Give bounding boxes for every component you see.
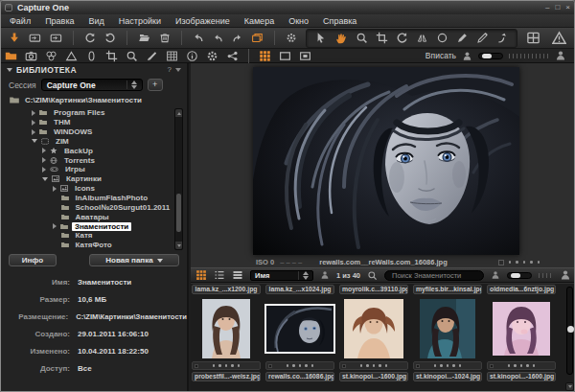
tab-output-share-icon[interactable]: [226, 50, 239, 62]
current-path-row[interactable]: C:\ZIM\Картинки\Знаменитости: [1, 93, 187, 107]
expand-icon[interactable]: [42, 157, 46, 163]
minimize-button[interactable]: –: [545, 2, 549, 13]
thumb-label-row-above[interactable]: lama.kz_...x1200.jpg: [192, 285, 261, 294]
tree-item-pictures[interactable]: Картинки: [1, 174, 187, 184]
rotate-right-icon[interactable]: [104, 31, 116, 45]
tab-library-folder-icon[interactable]: [5, 50, 17, 62]
menu-item-settings[interactable]: Настройки: [119, 16, 161, 26]
expand-icon[interactable]: [32, 110, 35, 116]
select-tool-icon[interactable]: [314, 32, 327, 44]
thumb-label-row-above[interactable]: myfiles.bir...kinsal.jpg: [413, 285, 482, 294]
zoom-slider[interactable]: [478, 53, 503, 59]
export-card-icon[interactable]: [50, 31, 62, 45]
tree-scrollbar-thumb[interactable]: [176, 194, 181, 232]
close-button[interactable]: ×: [565, 2, 570, 13]
rotate-left-icon[interactable]: [84, 31, 96, 45]
tab-settings-gear-icon[interactable]: [206, 50, 218, 62]
expand-icon[interactable]: [42, 167, 46, 173]
stepper-icon[interactable]: [298, 271, 309, 280]
tree-item-katya[interactable]: Катя: [1, 231, 187, 241]
sort-order-icon[interactable]: [320, 270, 330, 280]
thumb-rating-bar[interactable]: [487, 361, 556, 370]
menu-item-file[interactable]: Файл: [10, 16, 31, 26]
scroll-up-icon[interactable]: [175, 109, 182, 117]
thumb-filename[interactable]: st.kinopoi...-1600.jpg: [339, 372, 408, 381]
thumb-filename[interactable]: st.kinopoi...-1600.jpg: [487, 372, 556, 381]
preview-image[interactable]: [253, 67, 519, 255]
thumbnail-image[interactable]: [344, 299, 403, 358]
pick-wb-tool-icon[interactable]: [496, 32, 509, 44]
zoom-tool-icon[interactable]: [356, 32, 368, 44]
color-tag-checkbox[interactable]: [498, 260, 504, 265]
open-folder-icon[interactable]: [138, 31, 150, 45]
tab-color-wheels-icon[interactable]: [45, 50, 58, 62]
tree-item-torrents[interactable]: Torrents: [1, 155, 187, 165]
tab-info-icon[interactable]: [186, 50, 198, 62]
thumbnail-cell[interactable]: st.kinopoi...-1600.jpg: [487, 297, 556, 389]
single-view-icon[interactable]: [279, 50, 291, 62]
import-icon[interactable]: [9, 31, 20, 45]
tab-metadata-grid-icon[interactable]: [166, 50, 178, 62]
keystone-tool-icon[interactable]: [416, 32, 428, 44]
tree-item-thm[interactable]: THM: [1, 118, 187, 127]
tree-item-games[interactable]: Игры: [1, 165, 187, 174]
thumb-rating-bar[interactable]: [265, 361, 334, 370]
tree-item-school[interactable]: School№20Surgut01.2011: [1, 202, 187, 212]
tab-lens-icon[interactable]: [85, 50, 98, 62]
thumb-filename[interactable]: probestfil...-weisz.jpg: [192, 372, 261, 381]
stepper-icon[interactable]: [126, 81, 137, 89]
tree-scrollbar[interactable]: [174, 108, 183, 250]
sort-select[interactable]: Имя: [250, 270, 313, 281]
expand-icon[interactable]: [53, 223, 57, 229]
menu-item-edit[interactable]: Правка: [45, 16, 74, 26]
menu-item-window[interactable]: Окно: [288, 16, 309, 26]
tree-item-backup[interactable]: BackUp: [1, 146, 187, 155]
rating-control[interactable]: [498, 260, 540, 265]
grid-view-icon[interactable]: [196, 269, 207, 281]
tab-exposure-histogram-icon[interactable]: [65, 50, 78, 62]
expand-icon[interactable]: [53, 186, 57, 192]
tree-item-katyafoto[interactable]: КатяФото: [1, 241, 187, 250]
tree-item-avatars[interactable]: Аватары: [1, 212, 187, 221]
menu-item-view[interactable]: Вид: [89, 16, 104, 26]
search-input[interactable]: [384, 270, 484, 281]
viewer-layout-icon[interactable]: [526, 31, 540, 45]
tree-item-zim[interactable]: ZIM: [1, 137, 187, 147]
thumb-size-knob[interactable]: [511, 273, 520, 278]
thumbnail-cell[interactable]: st.kinopoi...-1024.jpg: [413, 297, 482, 389]
thumbnail-image[interactable]: [420, 299, 475, 358]
thumb-filename[interactable]: st.kinopoi...-1024.jpg: [413, 372, 482, 381]
library-header[interactable]: БИБЛИОТЕКА ?: [1, 63, 187, 76]
thumb-label-row-above[interactable]: lama.kz_...x1024.jpg: [265, 285, 334, 294]
thumbnail-cell[interactable]: probestfil...-weisz.jpg: [192, 297, 261, 389]
collapse-arrow-icon[interactable]: [7, 68, 12, 72]
new-folder-button[interactable]: Новая папка: [89, 254, 179, 266]
thumb-label-row-above[interactable]: oldmedia...6nztjo.jpg: [487, 285, 556, 294]
straighten-tool-icon[interactable]: [396, 32, 408, 44]
scroll-down-icon[interactable]: [175, 242, 182, 249]
crop-tool-icon[interactable]: [376, 32, 388, 44]
menu-item-camera[interactable]: Камера: [244, 16, 274, 26]
erase-mask-tool-icon[interactable]: [476, 32, 489, 44]
rows-view-icon[interactable]: [232, 269, 243, 281]
thumb-size-slider[interactable]: [507, 272, 532, 279]
tree-item-icons[interactable]: Icons: [1, 184, 187, 194]
thumbnail-cell-selected[interactable]: rewalls.co...16086.jpg: [265, 297, 334, 389]
menu-item-image[interactable]: Изображение: [175, 16, 230, 26]
add-session-button[interactable]: +: [148, 79, 163, 91]
tree-item-celebrities-selected[interactable]: Знаменитости: [1, 221, 187, 231]
scroll-down-button[interactable]: [565, 382, 574, 391]
tab-details-loupe-icon[interactable]: [126, 50, 138, 62]
fit-label[interactable]: Вписать: [426, 51, 456, 60]
maximize-button[interactable]: □: [555, 2, 560, 13]
tree-item-program-files[interactable]: Program Files: [1, 108, 187, 118]
tree-item-inalbumflashphoto[interactable]: InAlbumFlashPhoto: [1, 194, 187, 203]
browser-scrollbar[interactable]: [566, 287, 573, 375]
info-button[interactable]: Инфо: [9, 254, 57, 266]
spot-tool-icon[interactable]: [436, 32, 448, 44]
thumb-filename[interactable]: rewalls.co...16086.jpg: [265, 372, 334, 381]
thumb-label-row-above[interactable]: moyrolik.c...39110.jpg: [339, 285, 408, 294]
tab-crop-icon[interactable]: [105, 50, 118, 62]
session-select[interactable]: Capture One: [41, 79, 143, 91]
multi-view-icon[interactable]: [259, 50, 271, 62]
